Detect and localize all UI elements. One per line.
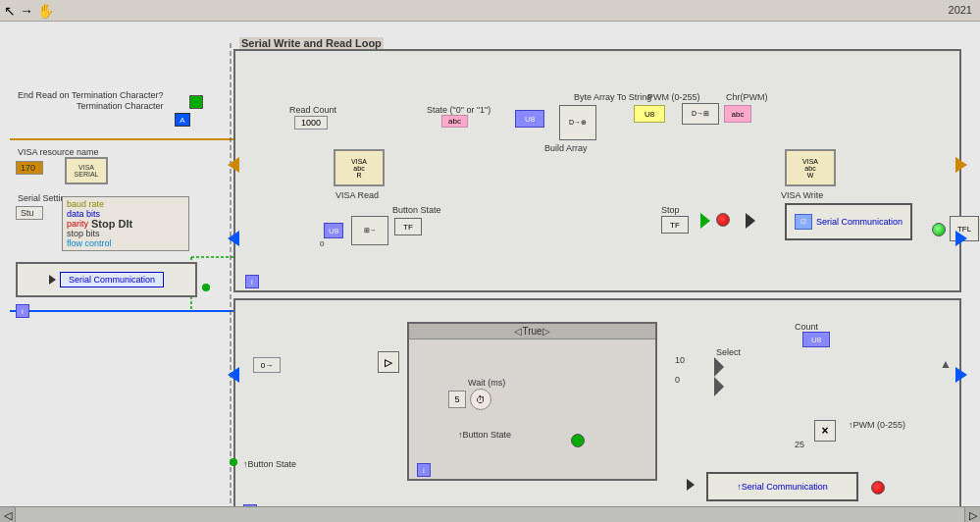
end-read-label: End Read on Termination Character? Termi… (18, 90, 194, 112)
visa-resource-name-label: VISA resource name (18, 147, 99, 157)
flow-control-item: flow control (67, 238, 184, 248)
wait-block: ⏱ (470, 389, 491, 410)
iter-i-case: i (417, 463, 431, 477)
pwm-output-label: ↑PWM (0-255) (849, 420, 905, 430)
serial-icon: ⊡ (795, 214, 812, 230)
chr-box: D→⊞ (682, 103, 719, 125)
right-tunnel-blue (955, 231, 967, 246)
arrow-icon (49, 275, 56, 285)
forward-icon[interactable]: → (20, 3, 33, 19)
abc-box: abc (724, 105, 751, 123)
left-tunnel-blue (228, 231, 239, 246)
serial-comm-second[interactable]: ↑Serial Communication (706, 472, 858, 501)
read-count-value[interactable]: 1000 (294, 116, 328, 130)
pwm-label: PWM (0-255) (647, 92, 700, 102)
pointer-icon[interactable]: ↖ (4, 3, 16, 19)
select-label: Select (716, 347, 741, 357)
count-u8: U8 (802, 332, 830, 347)
chr-pwm-label: Chr(PWM) (726, 92, 768, 102)
scroll-bar[interactable]: ◁ ▷ (0, 506, 980, 522)
green-led-right (932, 223, 946, 236)
serial-comm-label-left: Serial Communication (60, 272, 164, 287)
main-canvas: End Read on Termination Character? Termi… (0, 22, 980, 522)
button-state-case-label: ↑Button State (458, 430, 511, 440)
serial-settings-value[interactable]: Stu (16, 206, 43, 220)
serial-comm-text: Serial Communication (816, 217, 903, 227)
a-constant: A (175, 113, 190, 127)
build-array-block: D→⊕ (559, 105, 596, 140)
wait-value: 5 (448, 391, 466, 408)
right-tunnel-second (955, 367, 967, 383)
stop-dit-label: Stop DIt (91, 218, 132, 230)
count-label: Count (795, 322, 818, 332)
value-0: 0 (675, 375, 680, 385)
select-node-top (714, 357, 724, 377)
u8-small: U8 (324, 223, 343, 238)
byte-array-label: Byte Array To String (574, 92, 651, 102)
wait-ms-label: Wait (ms) (468, 378, 505, 388)
stop-tf-box: TF (661, 216, 689, 234)
button-state-second-label: ↑Button State (243, 459, 296, 469)
visa-resource-value[interactable]: 170 (16, 161, 43, 175)
state-label: State ("0" or "1") (427, 105, 490, 115)
green-arrow (700, 213, 710, 229)
serial-comm-subvi-left[interactable]: Serial Communication (16, 262, 197, 297)
value-25: 25 (795, 440, 804, 449)
state-box: abc (441, 115, 468, 128)
year-label: 2021 (949, 4, 972, 16)
num-converter: ⊞→ (351, 216, 388, 245)
tf-box: TF (394, 218, 422, 235)
scroll-left-btn[interactable]: ◁ (0, 507, 16, 522)
toolbar: ↖ → ✋ 2021 (0, 0, 980, 22)
g-indicator (571, 434, 585, 447)
true-case-struct: ◁ True ▷ Wait (ms) 5 ⏱ ↑Button State i (407, 322, 657, 481)
serial-loop-title: Serial Write and Read Loop (239, 37, 384, 49)
build-array-label: Build Array (544, 143, 588, 153)
serial-comm-subvi[interactable]: ⊡ Serial Communication (785, 203, 912, 240)
iter-i-box: i (245, 275, 259, 288)
visa-serial-block: VISA SERIAL (65, 157, 108, 184)
visa-write-label: VISA Write (781, 190, 823, 200)
visa-write-block: VISA abc W (785, 149, 836, 186)
boolean-indicator (189, 95, 203, 109)
stop-bits-item: stop bits (67, 229, 184, 238)
u8-block: U8 (515, 110, 544, 128)
baud-rate-item: baud rate (67, 199, 184, 209)
select-node-bot (714, 377, 724, 396)
red-led-second (871, 481, 885, 495)
case-title-bar: ◁ True ▷ (409, 324, 655, 339)
termination-char-label: Termination Character (77, 101, 164, 111)
stop-led (716, 213, 730, 227)
green-connector-left (202, 284, 210, 291)
multiply-node: × (814, 420, 836, 442)
visa-read-label: VISA Read (335, 190, 379, 200)
button-state-label: Button State (392, 205, 441, 215)
right-tunnel-orange (955, 157, 967, 173)
hand-icon[interactable]: ✋ (37, 3, 54, 19)
serial-arrow (746, 213, 755, 229)
left-tunnel-second (228, 367, 239, 383)
serial-comm-second-label: ↑Serial Communication (737, 482, 828, 492)
pwm-box: U8 (634, 105, 665, 123)
scroll-right-btn[interactable]: ▷ (964, 507, 980, 522)
green-dot-second (230, 458, 237, 466)
read-count-label: Read Count (289, 105, 336, 115)
arrow-serial-second (687, 479, 695, 491)
zero-box: 0→ (253, 357, 281, 373)
serial-write-read-loop: Serial Write and Read Loop Read Count 10… (233, 49, 961, 292)
iteration-box-left: i (16, 304, 29, 318)
u8-value: 0 (320, 239, 324, 248)
increment-node: ▷ (378, 351, 399, 373)
stop-label: Stop (661, 205, 680, 215)
second-loop: Count U8 ▲ 0→ ▷ ◁ True ▷ Wait (ms) 5 ⏱ ↑… (233, 298, 961, 522)
value-10: 10 (675, 355, 685, 365)
scroll-up-arrow[interactable]: ▲ (940, 357, 952, 371)
visa-read-block: VISA abc R (334, 149, 385, 186)
left-tunnel-orange (228, 157, 239, 173)
